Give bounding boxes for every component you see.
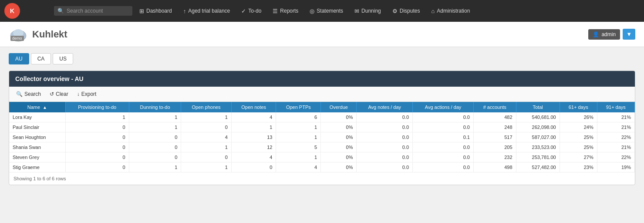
cell-accounts: 517 (473, 132, 516, 142)
cell-91days: 19% (597, 162, 634, 172)
nav-items: ⊞ Dashboard ↑ Aged trial balance ✓ To-do… (134, 5, 640, 17)
cell-accounts: 482 (473, 112, 516, 122)
user-admin-area: 👤 admin ▼ (588, 29, 635, 40)
cell-total: 253,781.00 (516, 152, 560, 162)
cell-accounts: 232 (473, 152, 516, 162)
cell-prov-todo: 0 (65, 142, 129, 152)
cell-avg-actions: 0.0 (413, 162, 474, 172)
admin-dropdown-arrow[interactable]: ▼ (623, 29, 635, 40)
statements-icon: ◎ (310, 8, 314, 14)
cell-61days: 25% (560, 132, 597, 142)
cell-open-ptps: 1 (276, 132, 321, 142)
cell-dunning-todo: 1 (129, 122, 181, 132)
search-input[interactable] (67, 8, 128, 14)
cell-accounts: 498 (473, 162, 516, 172)
col-dunning-todo[interactable]: Dunning to-do (129, 102, 181, 112)
cell-avg-actions: 0.0 (413, 112, 474, 122)
cell-open-notes: 12 (231, 142, 276, 152)
cell-name: Sean Houghton (9, 132, 65, 142)
cell-name: Steven Grey (9, 152, 65, 162)
search-toolbar-icon: 🔍 (16, 91, 23, 97)
cell-accounts: 248 (473, 122, 516, 132)
search-area[interactable]: 🔍 (54, 6, 132, 16)
cell-avg-notes: 0.0 (357, 132, 413, 142)
admin-button[interactable]: 👤 admin (588, 29, 620, 40)
cell-prov-todo: 0 (65, 132, 129, 142)
cell-overdue: 0% (321, 122, 357, 132)
col-accounts[interactable]: # accounts (473, 102, 516, 112)
cell-open-phones: 1 (181, 142, 231, 152)
dunning-icon: ✉ (354, 8, 359, 14)
nav-item-disputes[interactable]: ⚙ Disputes (387, 5, 425, 17)
nav-item-reports[interactable]: ☰ Reports (267, 5, 303, 17)
nav-item-administration[interactable]: ⌂ Administration (426, 5, 475, 17)
cell-91days: 22% (597, 152, 634, 162)
collector-table: Name ▲ Provisioning to-do Dunning to-do … (9, 102, 635, 172)
cell-prov-todo: 1 (65, 112, 129, 122)
col-overdue[interactable]: Overdue (321, 102, 357, 112)
collector-header: Collector overview - AU (9, 71, 635, 87)
cell-open-ptps: 1 (276, 122, 321, 132)
nav-item-dashboard[interactable]: ⊞ Dashboard (134, 5, 177, 17)
col-open-phones[interactable]: Open phones (181, 102, 231, 112)
cell-open-ptps: 1 (276, 152, 321, 162)
cell-overdue: 0% (321, 152, 357, 162)
cell-total: 233,523.00 (516, 142, 560, 152)
collector-panel: Collector overview - AU 🔍 Search ↺ Clear… (9, 71, 635, 185)
logo-area: K (4, 3, 48, 19)
col-avg-actions[interactable]: Avg actions / day (413, 102, 474, 112)
cell-open-notes: 0 (231, 162, 276, 172)
nav-item-statements[interactable]: ◎ Statements (304, 5, 348, 17)
col-avg-notes[interactable]: Avg notes / day (357, 102, 413, 112)
nav-item-aged-trial[interactable]: ↑ Aged trial balance (178, 5, 236, 17)
clear-button[interactable]: ↺ Clear (47, 90, 71, 98)
administration-icon: ⌂ (431, 8, 435, 14)
cell-open-ptps: 6 (276, 112, 321, 122)
user-icon: 👤 (593, 31, 599, 37)
cell-open-phones: 4 (181, 132, 231, 142)
search-icon: 🔍 (57, 8, 64, 14)
cell-avg-notes: 0.0 (357, 112, 413, 122)
cell-name: Shania Swan (9, 142, 65, 152)
tab-ca[interactable]: CA (31, 53, 51, 64)
cell-dunning-todo: 0 (129, 132, 181, 142)
cell-open-phones: 1 (181, 112, 231, 122)
cell-61days: 25% (560, 142, 597, 152)
col-open-notes[interactable]: Open notes (231, 102, 276, 112)
tab-us[interactable]: US (53, 53, 73, 64)
table-row: Paul Sinclair 0 1 0 1 1 0% 0.0 0.0 248 2… (9, 122, 635, 132)
col-name[interactable]: Name ▲ (9, 102, 65, 112)
tab-au[interactable]: AU (9, 53, 29, 64)
top-nav: K 🔍 ⊞ Dashboard ↑ Aged trial balance ✓ T… (0, 0, 644, 22)
search-button[interactable]: 🔍 Search (13, 90, 44, 98)
export-button[interactable]: ↓ Export (74, 90, 99, 98)
cell-name: Stig Graeme (9, 162, 65, 172)
nav-item-dunning[interactable]: ✉ Dunning (349, 5, 386, 17)
reports-icon: ☰ (273, 8, 278, 14)
table-row: Shania Swan 0 0 1 12 5 0% 0.0 0.0 205 23… (9, 142, 635, 152)
table-header-row: Name ▲ Provisioning to-do Dunning to-do … (9, 102, 635, 112)
cell-91days: 21% (597, 142, 634, 152)
disputes-icon: ⚙ (392, 8, 398, 14)
cell-overdue: 0% (321, 162, 357, 172)
brand-logo: K (4, 3, 20, 19)
sub-title: Kuhlekt (32, 29, 67, 40)
cell-accounts: 205 (473, 142, 516, 152)
cell-dunning-todo: 0 (129, 152, 181, 162)
aged-trial-icon: ↑ (183, 8, 186, 14)
nav-item-todo[interactable]: ✓ To-do (236, 5, 266, 17)
cell-total: 587,027.00 (516, 132, 560, 142)
cell-overdue: 0% (321, 142, 357, 152)
col-91days[interactable]: 91+ days (597, 102, 634, 112)
cell-61days: 23% (560, 162, 597, 172)
table-row: Sean Houghton 0 0 4 13 1 0% 0.0 0.1 517 … (9, 132, 635, 142)
col-total[interactable]: Total (516, 102, 560, 112)
col-prov-todo[interactable]: Provisioning to-do (65, 102, 129, 112)
cell-avg-actions: 0.0 (413, 142, 474, 152)
dashboard-icon: ⊞ (139, 8, 144, 14)
cell-open-ptps: 5 (276, 142, 321, 152)
cell-avg-notes: 0.0 (357, 152, 413, 162)
cell-open-notes: 4 (231, 112, 276, 122)
col-61days[interactable]: 61+ days (560, 102, 597, 112)
col-open-ptps[interactable]: Open PTPs (276, 102, 321, 112)
